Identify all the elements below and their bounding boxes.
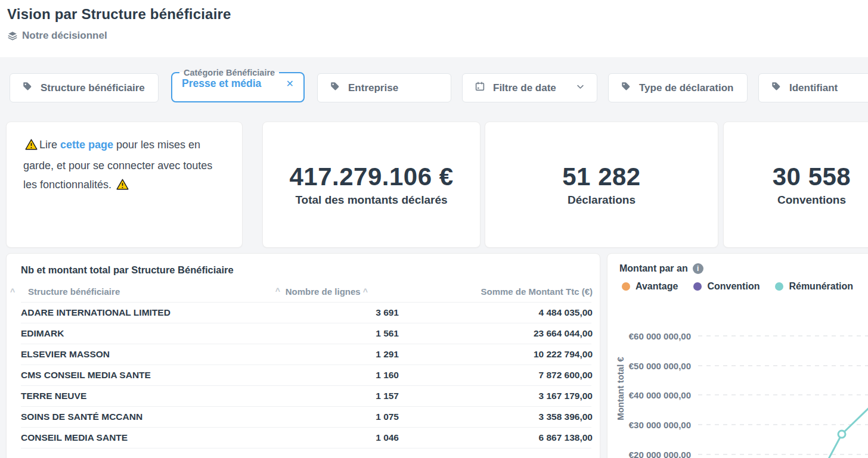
legend-item-convention[interactable]: Convention bbox=[693, 281, 760, 292]
table-row[interactable]: ADARE INTERNATIONAL LIMITED 3 691 4 484 … bbox=[21, 303, 591, 323]
cell-amount[interactable]: 3 167 179,00 bbox=[399, 391, 593, 401]
page-title: Vision par Structure bénéficiaire bbox=[7, 6, 231, 23]
remuneration-marker-point bbox=[838, 431, 845, 438]
table-row[interactable]: EDIMARK 1 561 23 664 044,00 bbox=[21, 323, 591, 344]
tag-icon bbox=[22, 81, 33, 95]
kpi-label: Conventions bbox=[777, 194, 846, 207]
filter-identifiant[interactable]: Identifiant bbox=[758, 73, 868, 102]
cell-amount[interactable]: 10 222 794,00 bbox=[399, 349, 593, 360]
kpi-value: 417.279.106 € bbox=[289, 163, 453, 191]
legend-dot-avantage bbox=[622, 282, 630, 291]
filter-selected-value: Presse et média bbox=[182, 77, 261, 90]
column-header-somme-montant[interactable]: Somme de Montant Ttc (€) bbox=[399, 286, 593, 297]
filter-label: Type de déclaration bbox=[639, 82, 733, 94]
table-row[interactable]: TERRE NEUVE 1 157 3 167 179,00 bbox=[21, 386, 591, 407]
legend-item-avantage[interactable]: Avantage bbox=[622, 281, 678, 292]
cette-page-link[interactable]: cette page bbox=[60, 139, 113, 151]
filter-structure-beneficiaire[interactable]: Structure bénéficiaire bbox=[10, 73, 159, 102]
legend-label: Convention bbox=[707, 281, 760, 292]
cell-structure[interactable]: ADARE INTERNATIONAL LIMITED bbox=[21, 307, 280, 318]
cell-amount[interactable]: 23 664 044,00 bbox=[399, 328, 593, 339]
cell-lines[interactable]: 1 291 bbox=[280, 349, 399, 360]
tag-icon bbox=[330, 81, 340, 95]
kpi-card-declarations[interactable]: 51 282 Déclarations bbox=[485, 121, 718, 248]
table-title: Nb et montant total par Structure Bénéfi… bbox=[21, 264, 591, 276]
layers-icon bbox=[7, 30, 18, 41]
filter-entreprise[interactable]: Entreprise bbox=[317, 73, 451, 102]
chart-legend: Avantage Convention Rémunération bbox=[622, 281, 853, 292]
close-icon[interactable]: ✕ bbox=[286, 79, 294, 89]
column-header-label: Structure bénéficiaire bbox=[28, 286, 120, 297]
filter-label: Entreprise bbox=[348, 82, 398, 94]
cell-lines[interactable]: 3 691 bbox=[280, 307, 399, 318]
table-card: Nb et montant total par Structure Bénéfi… bbox=[6, 253, 600, 458]
sort-caret-icon[interactable]: ^ bbox=[363, 287, 368, 297]
cell-amount[interactable]: 7 872 600,00 bbox=[399, 370, 593, 381]
cell-structure[interactable]: SOINS DE SANTÉ MCCANN bbox=[21, 412, 280, 422]
cell-structure[interactable]: ELSEVIER MASSON bbox=[21, 349, 280, 360]
filter-date[interactable]: Filtre de date bbox=[462, 73, 597, 102]
cell-amount[interactable]: 6 867 138,00 bbox=[399, 432, 593, 443]
kpi-value: 51 282 bbox=[562, 163, 640, 191]
column-header-structure[interactable]: Structure bénéficiaire ^ bbox=[21, 286, 280, 297]
sort-caret-icon[interactable]: ^ bbox=[275, 287, 280, 295]
legend-dot-remuneration bbox=[775, 282, 783, 291]
kpi-card-conventions[interactable]: 30 558 Conventions bbox=[723, 121, 868, 248]
table-row[interactable]: CONSEIL MEDIA SANTE 1 046 6 867 138,00 bbox=[21, 428, 591, 448]
cell-structure[interactable]: TERRE NEUVE bbox=[21, 391, 280, 401]
remuneration-line bbox=[817, 395, 868, 458]
cell-structure[interactable]: CMS CONSEIL MEDIA SANTE bbox=[21, 370, 280, 381]
filter-label: Filtre de date bbox=[493, 82, 556, 94]
info-icon[interactable]: i bbox=[693, 263, 703, 274]
legend-item-remuneration[interactable]: Rémunération bbox=[775, 281, 853, 292]
warning-text-before: Lire bbox=[39, 139, 60, 151]
column-header-label: Nombre de lignes bbox=[286, 286, 361, 297]
chart-title: Montant par an bbox=[619, 263, 688, 274]
warning-icon bbox=[116, 177, 129, 196]
cell-structure[interactable]: EDIMARK bbox=[21, 328, 280, 339]
warning-card: Lire cette page pour les mises en garde,… bbox=[6, 121, 243, 248]
column-header-nombre-lignes[interactable]: Nombre de lignes ^ bbox=[280, 286, 399, 297]
filter-field-label: Catégorie Bénéficiaire bbox=[179, 68, 279, 77]
tag-icon bbox=[621, 81, 631, 95]
filter-categorie-beneficiaire-active[interactable]: Catégorie Bénéficiaire Presse et média ✕ bbox=[171, 68, 305, 102]
table-header-row: ^ Structure bénéficiaire ^ Nombre de lig… bbox=[21, 281, 591, 303]
filter-type-declaration[interactable]: Type de déclaration bbox=[608, 73, 748, 102]
cell-amount[interactable]: 4 484 035,00 bbox=[399, 307, 593, 318]
breadcrumb[interactable]: Notre décisionnel bbox=[7, 30, 107, 42]
cell-amount[interactable]: 3 358 396,00 bbox=[399, 412, 593, 422]
cell-lines[interactable]: 1 046 bbox=[280, 432, 399, 443]
kpi-card-total-montants[interactable]: 417.279.106 € Total des montants déclaré… bbox=[262, 121, 480, 248]
cell-structure[interactable]: CONSEIL MEDIA SANTE bbox=[21, 432, 280, 443]
table-row[interactable]: SOINS DE SANTÉ MCCANN 1 075 3 358 396,00 bbox=[21, 407, 591, 428]
filter-bar: Structure bénéficiaire Catégorie Bénéfic… bbox=[0, 73, 868, 108]
tag-icon bbox=[771, 81, 782, 95]
legend-dot-convention bbox=[693, 282, 702, 291]
warning-text: Lire cette page pour les mises en garde,… bbox=[23, 135, 225, 196]
chevron-down-icon bbox=[576, 82, 585, 94]
cell-lines[interactable]: 1 157 bbox=[280, 391, 399, 401]
legend-label: Rémunération bbox=[789, 281, 853, 292]
chart-card: Montant par an i Avantage Convention Rém… bbox=[607, 253, 868, 458]
cell-lines[interactable]: 1 561 bbox=[280, 328, 399, 339]
column-header-label: Somme de Montant Ttc (€) bbox=[480, 286, 593, 297]
legend-label: Avantage bbox=[636, 281, 678, 292]
warning-icon bbox=[25, 137, 38, 156]
table-row[interactable]: CMS CONSEIL MEDIA SANTE 1 160 7 872 600,… bbox=[21, 365, 591, 386]
filter-label: Structure bénéficiaire bbox=[41, 82, 145, 94]
calendar-icon bbox=[475, 81, 485, 95]
cell-lines[interactable]: 1 075 bbox=[280, 412, 399, 422]
breadcrumb-label: Notre décisionnel bbox=[22, 30, 107, 42]
kpi-label: Déclarations bbox=[568, 194, 636, 207]
table-row[interactable]: ELSEVIER MASSON 1 291 10 222 794,00 bbox=[21, 344, 591, 365]
sort-caret-icon[interactable]: ^ bbox=[10, 288, 15, 296]
filter-label: Identifiant bbox=[789, 82, 838, 94]
cell-lines[interactable]: 1 160 bbox=[280, 370, 399, 381]
kpi-label: Total des montants déclarés bbox=[295, 194, 447, 207]
kpi-value: 30 558 bbox=[773, 163, 851, 191]
